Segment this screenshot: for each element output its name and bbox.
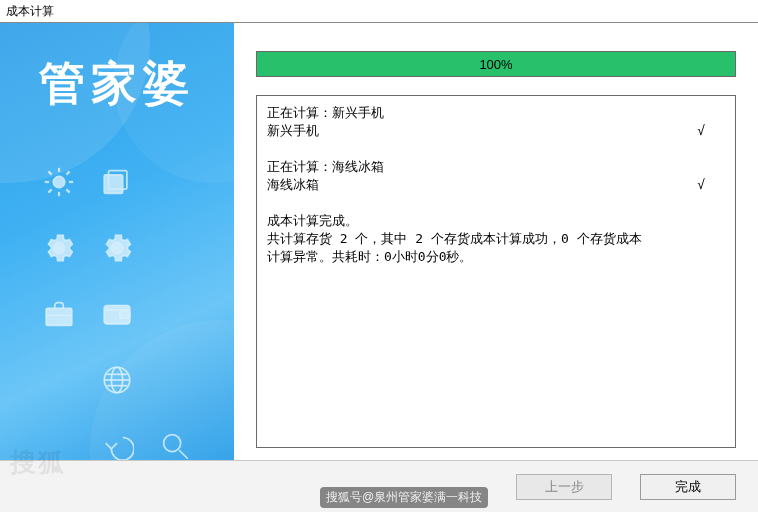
log-line: 正在计算：新兴手机 xyxy=(267,104,725,122)
svg-line-8 xyxy=(66,171,69,174)
log-text: 新兴手机 xyxy=(267,122,319,140)
done-button[interactable]: 完成 xyxy=(640,474,736,500)
sun-icon xyxy=(42,165,76,202)
app-window: 成本计算 管家婆 100% 正在计算：新兴手机新兴手机√ 正在计算：海线冰箱海线… xyxy=(0,0,758,512)
sidebar: 管家婆 xyxy=(0,23,234,460)
footer: 搜狐 上一步 完成 搜狐号@泉州管家婆满一科技 xyxy=(0,460,758,512)
check-icon: √ xyxy=(697,176,701,194)
briefcase-icon xyxy=(42,297,76,334)
brand-logo: 管家婆 xyxy=(0,53,234,115)
undo-icon xyxy=(100,429,134,461)
progress-bar: 100% xyxy=(256,51,736,77)
log-line: 新兴手机√ xyxy=(267,122,725,140)
globe-icon xyxy=(100,363,134,400)
svg-line-6 xyxy=(66,189,69,192)
svg-line-5 xyxy=(48,171,51,174)
svg-rect-14 xyxy=(120,311,130,318)
log-line: 海线冰箱√ xyxy=(267,176,725,194)
prev-button[interactable]: 上一步 xyxy=(516,474,612,500)
log-panel[interactable]: 正在计算：新兴手机新兴手机√ 正在计算：海线冰箱海线冰箱√ 成本计算完成。共计算… xyxy=(256,95,736,448)
log-text: 正在计算：新兴手机 xyxy=(267,104,384,122)
gear-outline-icon xyxy=(100,231,134,268)
log-spacer xyxy=(267,140,725,158)
sidebar-icon-grid xyxy=(30,153,204,450)
log-text: 共计算存货 2 个，其中 2 个存货成本计算成功，0 个存货成本 xyxy=(267,230,642,248)
svg-rect-11 xyxy=(46,308,72,325)
watermark-brand: 搜狐 xyxy=(10,445,66,480)
log-line: 共计算存货 2 个，其中 2 个存货成本计算成功，0 个存货成本 xyxy=(267,230,725,248)
log-text: 正在计算：海线冰箱 xyxy=(267,158,384,176)
log-text: 海线冰箱 xyxy=(267,176,319,194)
watermark-text: 搜狐号@泉州管家婆满一科技 xyxy=(320,487,488,508)
window-title: 成本计算 xyxy=(0,0,758,22)
log-text: 成本计算完成。 xyxy=(267,212,358,230)
svg-point-21 xyxy=(164,434,181,451)
svg-line-7 xyxy=(48,189,51,192)
stack-icon xyxy=(100,165,134,202)
progress-label: 100% xyxy=(257,52,735,76)
log-line: 正在计算：海线冰箱 xyxy=(267,158,725,176)
svg-point-0 xyxy=(53,176,64,187)
log-spacer xyxy=(267,194,725,212)
svg-line-22 xyxy=(179,450,188,459)
window-body: 管家婆 100% 正在计算：新兴手机新兴手机√ 正在计算：海线冰箱海线冰箱√ 成… xyxy=(0,22,758,460)
log-line: 计算异常。共耗时：0小时0分0秒。 xyxy=(267,248,725,266)
log-text: 计算异常。共耗时：0小时0分0秒。 xyxy=(267,248,472,266)
wallet-icon xyxy=(100,297,134,334)
magnify-icon xyxy=(158,429,192,461)
gear-icon xyxy=(42,231,76,268)
check-icon: √ xyxy=(697,122,701,140)
main-panel: 100% 正在计算：新兴手机新兴手机√ 正在计算：海线冰箱海线冰箱√ 成本计算完… xyxy=(234,23,758,460)
log-line: 成本计算完成。 xyxy=(267,212,725,230)
svg-rect-10 xyxy=(104,174,122,192)
